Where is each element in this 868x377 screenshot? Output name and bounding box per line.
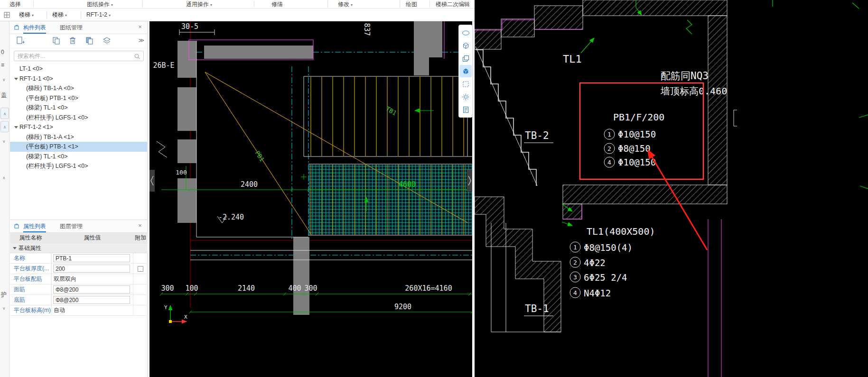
view-3d-button[interactable] <box>459 39 472 52</box>
attach-checkbox[interactable] <box>138 266 143 272</box>
cad-plan-view[interactable]: TB1 PB1 <box>149 21 472 377</box>
name-value-input[interactable] <box>53 254 130 262</box>
close-icon[interactable] <box>137 24 143 30</box>
more-tools-button[interactable] <box>138 37 144 44</box>
expand-caret-icon[interactable] <box>14 126 18 129</box>
tree-item[interactable]: (梯梁) TL-1 <0> <box>10 152 148 162</box>
property-name: 平台板厚度(... <box>10 264 52 274</box>
duplicate-button[interactable] <box>85 36 95 46</box>
search-input[interactable] <box>18 52 131 60</box>
menu-stair-edit[interactable]: 楼梯二次编辑 <box>436 0 470 9</box>
tab-drawing-manager[interactable]: 图纸管理 <box>60 21 83 34</box>
svg-text:400: 400 <box>288 284 301 293</box>
tree-item[interactable]: (平台板) PTB-1 <0> <box>10 93 148 103</box>
tree-item-label: (梯梁) TL-1 <0> <box>26 103 68 113</box>
bottom-rebar-input[interactable] <box>53 296 130 304</box>
svg-text:Φ10@150: Φ10@150 <box>618 129 656 139</box>
stacked-views-button[interactable] <box>459 52 472 64</box>
chevron-up-icon[interactable] <box>2 175 6 179</box>
tree-item[interactable]: RFT-1-1 <0> <box>10 74 148 84</box>
component-dropdown[interactable]: RFT-1-2 <box>86 9 111 21</box>
tree-item-selected[interactable]: (平台板) PTB-1 <1> <box>10 142 148 152</box>
svg-text:2400: 2400 <box>241 180 258 189</box>
svg-text:100: 100 <box>176 169 187 176</box>
tree-item-label: (平台板) PTB-1 <0> <box>26 93 78 103</box>
svg-text:300: 300 <box>161 284 174 293</box>
section-caret-icon[interactable] <box>13 247 17 249</box>
tree-item-label: (梯段) TB-1-A <0> <box>26 83 74 93</box>
solid-cube-button[interactable] <box>459 65 472 77</box>
tree-item[interactable]: (梯段) TB-1-A <1> <box>10 132 148 142</box>
component-list-panel: 构件列表 图纸管理 <box>10 21 148 220</box>
chevron-down-icon[interactable] <box>2 77 6 81</box>
property-header-row: 属性名称 属性值 附加 <box>10 233 148 243</box>
cad-detail-view[interactable]: TL1 配筋同NQ3 墙顶标高0.460 PB1/F/200 1 Φ10@150… <box>475 0 868 377</box>
top-rebar-input[interactable] <box>53 285 130 294</box>
header-attach: 附加 <box>133 233 148 243</box>
close-icon[interactable] <box>137 222 143 229</box>
menu-drawing-ops[interactable]: 图纸操作 <box>87 0 113 9</box>
property-row: 平台板配筋 双层双向 <box>10 274 148 285</box>
type-dropdown[interactable]: 楼梯 <box>52 9 67 21</box>
notes-list-button[interactable] <box>459 103 472 116</box>
new-component-button[interactable] <box>16 36 26 46</box>
svg-text:300: 300 <box>304 284 317 293</box>
search-icon[interactable] <box>134 53 140 61</box>
menu-select[interactable]: 选择 <box>9 0 21 9</box>
menu-draw[interactable]: 绘图 <box>406 0 417 9</box>
region-select-button[interactable] <box>459 78 472 90</box>
tab-component-list[interactable]: 构件列表 <box>23 21 46 34</box>
strip-glyph: 盖 <box>1 92 7 100</box>
pin-icon[interactable] <box>14 25 20 32</box>
category-grid-icon[interactable] <box>4 12 10 19</box>
tab-property-list[interactable]: 属性列表 <box>23 220 46 232</box>
menu-general-ops[interactable]: 通用操作 <box>186 0 212 9</box>
chevron-down-icon[interactable] <box>2 139 6 143</box>
tree-item[interactable]: (栏杆扶手) LGFS-1 <0> <box>10 161 148 171</box>
svg-text:4: 4 <box>573 289 577 296</box>
tree-item-label: (梯梁) TL-1 <0> <box>26 152 68 162</box>
beam-section-title: TL1(400X500) <box>587 226 655 237</box>
tree-item-label: (梯段) TB-1-A <1> <box>26 132 74 142</box>
svg-text:6Φ25 2/4: 6Φ25 2/4 <box>584 272 627 283</box>
flight-label-tb2: TB-2 <box>525 130 549 141</box>
toolbar-separator <box>81 11 81 18</box>
tree-item-label: (平台板) PTB-1 <1> <box>26 142 78 152</box>
copy-component-button[interactable] <box>52 36 62 46</box>
tree-item[interactable]: (梯梁) TL-1 <0> <box>10 103 148 113</box>
tree-item[interactable]: (梯段) TB-1-A <0> <box>10 83 148 93</box>
menu-separator <box>142 1 143 7</box>
orbit-view-button[interactable] <box>459 27 472 39</box>
rebar-mode-value[interactable]: 双层双向 <box>52 274 133 284</box>
toolbar-separator <box>47 11 47 18</box>
note-wall-top-elevation: 墙顶标高0.460 <box>660 85 727 97</box>
svg-text:Φ8@150: Φ8@150 <box>618 143 651 154</box>
stair-treads-upper[interactable] <box>304 77 467 156</box>
property-section-basic[interactable]: 基础属性 <box>10 243 148 253</box>
delete-component-button[interactable] <box>68 36 78 46</box>
menu-repair[interactable]: 修缮 <box>271 0 283 9</box>
collapse-button[interactable]: ∧ <box>0 108 9 119</box>
category-dropdown[interactable]: 楼梯 <box>19 9 34 21</box>
pin-icon[interactable] <box>14 223 20 230</box>
elevation-value[interactable]: 自动 <box>52 305 133 315</box>
property-row: 平台板厚度(... <box>10 264 148 274</box>
thickness-value-input[interactable] <box>53 265 130 273</box>
tree-item[interactable]: RFT-1-2 <1> <box>10 122 148 132</box>
menu-modify[interactable]: 修改 <box>338 0 353 9</box>
axis-x-label: X <box>184 314 187 320</box>
settings-gear-button[interactable] <box>459 91 472 103</box>
svg-text:2: 2 <box>573 259 577 266</box>
svg-text:Φ8@150(4): Φ8@150(4) <box>584 242 633 253</box>
tree-item[interactable]: (栏杆扶手) LGFS-1 <0> <box>10 113 148 123</box>
expand-caret-icon[interactable] <box>14 78 18 80</box>
collapse-button[interactable]: ∧ <box>0 121 9 132</box>
layers-button[interactable] <box>102 36 112 46</box>
chevron-down-icon[interactable] <box>2 306 6 310</box>
context-toolbar: 楼梯 楼梯 RFT-1-2 <box>0 9 475 21</box>
tree-item[interactable]: LT-1 <0> <box>10 64 148 74</box>
strip-glyph: 护 <box>1 291 7 299</box>
header-property-value: 属性值 <box>52 233 133 243</box>
tab-layer-manager[interactable]: 图层管理 <box>60 220 83 232</box>
beam-label-tl1: TL1 <box>563 53 582 65</box>
